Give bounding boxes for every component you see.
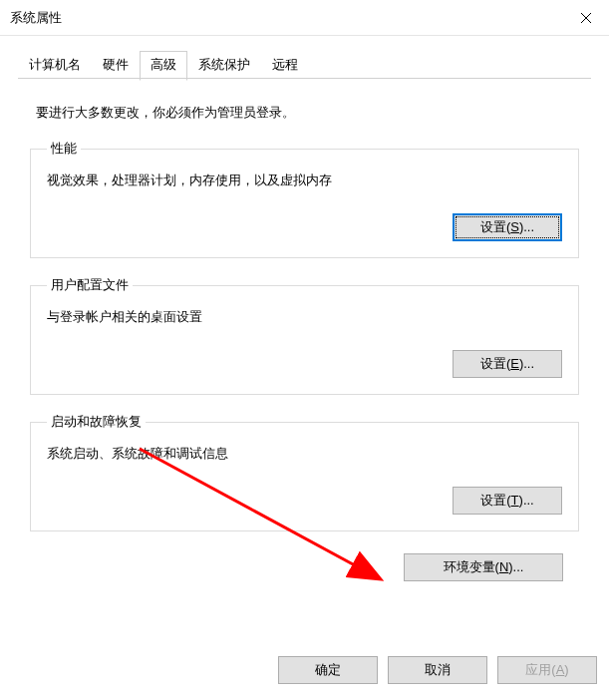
group-performance: 性能 视觉效果，处理器计划，内存使用，以及虚拟内存 设置(S)... [30, 140, 579, 258]
performance-settings-button[interactable]: 设置(S)... [453, 213, 562, 241]
tab-computer-name[interactable]: 计算机名 [18, 51, 92, 81]
tab-content: 要进行大多数更改，你必须作为管理员登录。 性能 视觉效果，处理器计划，内存使用，… [0, 104, 609, 581]
dialog-footer: 确定 取消 应用(A) [278, 656, 597, 684]
environment-variables-button[interactable]: 环境变量(N)... [404, 553, 563, 581]
ok-button[interactable]: 确定 [278, 656, 378, 684]
tab-hardware[interactable]: 硬件 [92, 51, 140, 81]
window-title: 系统属性 [10, 9, 62, 27]
group-user-profiles: 用户配置文件 与登录帐户相关的桌面设置 设置(E)... [30, 276, 579, 395]
tab-underline [18, 78, 591, 79]
user-profiles-settings-button[interactable]: 设置(E)... [453, 350, 562, 378]
group-startup-recovery: 启动和故障恢复 系统启动、系统故障和调试信息 设置(T)... [30, 413, 579, 531]
close-icon [580, 12, 592, 24]
apply-button[interactable]: 应用(A) [497, 656, 597, 684]
intro-text: 要进行大多数更改，你必须作为管理员登录。 [36, 104, 573, 122]
group-startup-recovery-desc: 系统启动、系统故障和调试信息 [47, 445, 562, 463]
group-user-profiles-legend: 用户配置文件 [47, 276, 133, 294]
tab-bar: 计算机名 硬件 高级 系统保护 远程 [18, 50, 609, 80]
tab-remote[interactable]: 远程 [261, 51, 309, 81]
group-performance-legend: 性能 [47, 140, 81, 158]
group-startup-recovery-legend: 启动和故障恢复 [47, 413, 146, 431]
close-button[interactable] [563, 0, 609, 36]
group-user-profiles-desc: 与登录帐户相关的桌面设置 [47, 308, 562, 326]
startup-recovery-settings-button[interactable]: 设置(T)... [453, 487, 562, 515]
tab-system-protection[interactable]: 系统保护 [187, 51, 261, 81]
cancel-button[interactable]: 取消 [388, 656, 487, 684]
group-performance-desc: 视觉效果，处理器计划，内存使用，以及虚拟内存 [47, 172, 562, 189]
tab-advanced[interactable]: 高级 [140, 51, 187, 81]
titlebar: 系统属性 [0, 0, 609, 36]
